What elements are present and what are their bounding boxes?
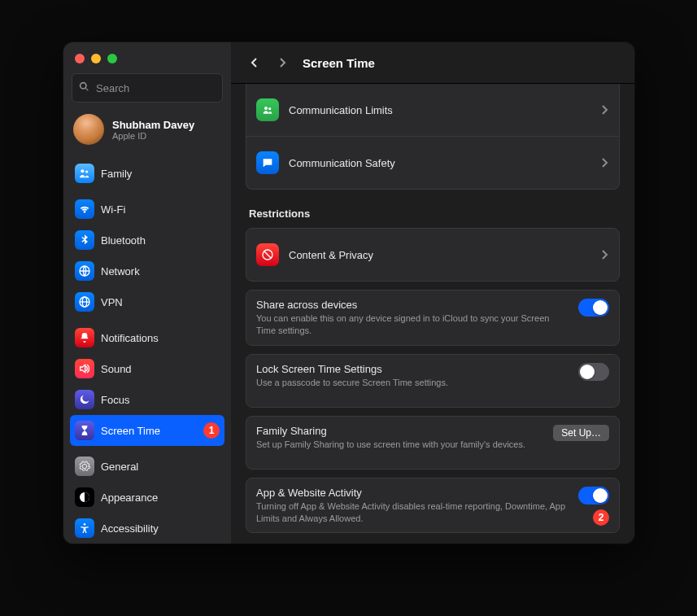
search-icon [79, 81, 89, 94]
chat-icon [256, 151, 279, 174]
moon-icon [75, 390, 94, 409]
annotation-marker-1: 1 [203, 422, 220, 439]
no-entry-icon [256, 243, 279, 266]
row-communication-limits[interactable]: Communication Limits [246, 84, 619, 136]
close-window-button[interactable] [75, 54, 85, 63]
minimize-window-button[interactable] [91, 54, 101, 63]
sidebar-item-label: Focus [101, 394, 129, 406]
back-button[interactable] [247, 55, 262, 70]
row-desc: Use a passcode to secure Screen Time set… [256, 377, 448, 389]
row-title: App & Website Activity [256, 487, 362, 499]
globe-icon [75, 261, 94, 281]
sidebar-item-accessibility[interactable]: Accessibility [70, 513, 224, 544]
sidebar-item-label: Sound [101, 363, 132, 375]
row-family-sharing: Family Sharing Set up Family Sharing to … [246, 417, 619, 469]
sidebar-item-general[interactable]: General [70, 451, 224, 482]
setup-button[interactable]: Set Up… [553, 425, 609, 441]
hourglass-icon [75, 421, 94, 440]
sidebar-item-vpn[interactable]: VPN [70, 286, 224, 317]
sidebar-item-sound[interactable]: Sound [70, 353, 224, 384]
row-label: Communication Safety [289, 157, 590, 169]
svg-point-1 [85, 170, 88, 173]
sidebar-item-label: Network [101, 265, 140, 277]
main-panel: Screen Time Communication Limits Communi… [231, 42, 634, 544]
sidebar-item-bluetooth[interactable]: Bluetooth [70, 225, 224, 256]
row-desc: You can enable this on any device signed… [256, 312, 568, 337]
card-share-across: Share across devices You can enable this… [246, 290, 620, 346]
sidebar-item-label: VPN [101, 296, 123, 308]
sidebar-item-label: Bluetooth [101, 234, 146, 247]
fullscreen-window-button[interactable] [107, 54, 117, 63]
apple-id-profile[interactable]: Shubham Davey Apple ID [63, 109, 231, 153]
card-restrictions: Content & Privacy [246, 228, 620, 282]
sidebar-item-label: Appearance [101, 491, 158, 504]
chevron-right-icon [599, 250, 609, 260]
content-scroll[interactable]: Communication Limits Communication Safet… [231, 84, 634, 544]
titlebar: Screen Time [231, 42, 634, 84]
bell-icon [75, 328, 94, 347]
sidebar-item-notifications[interactable]: Notifications [70, 322, 224, 353]
settings-window: Shubham Davey Apple ID Family Wi-Fi [63, 42, 634, 544]
window-controls [63, 42, 231, 70]
sidebar-nav: Family Wi-Fi Bluetooth [63, 153, 231, 544]
page-title: Screen Time [303, 56, 375, 70]
profile-sub: Apple ID [112, 131, 194, 141]
sidebar-item-wifi[interactable]: Wi-Fi [70, 194, 224, 225]
chevron-right-icon [599, 105, 609, 115]
forward-button[interactable] [275, 55, 290, 70]
sidebar-item-label: Screen Time [101, 425, 160, 437]
sidebar-item-label: Notifications [101, 332, 159, 344]
row-share-across: Share across devices You can enable this… [246, 291, 619, 345]
share-across-toggle[interactable] [578, 299, 609, 317]
row-title: Family Sharing [256, 425, 327, 437]
svg-point-0 [81, 169, 84, 173]
svg-point-6 [84, 523, 86, 526]
card-communication: Communication Limits Communication Safet… [246, 84, 620, 190]
row-label: Content & Privacy [289, 249, 590, 261]
family-icon [75, 164, 94, 183]
row-lock-settings: Lock Screen Time Settings Use a passcode… [246, 355, 619, 407]
sidebar-item-screen-time[interactable]: Screen Time 1 [70, 415, 224, 446]
sidebar-item-label: Family [101, 168, 132, 180]
accessibility-icon [75, 518, 94, 538]
sidebar-item-appearance[interactable]: Appearance [70, 482, 224, 513]
sidebar-item-label: Wi-Fi [101, 203, 125, 216]
search-input[interactable] [94, 81, 231, 95]
chevron-right-icon [599, 158, 609, 168]
section-title-restrictions: Restrictions [249, 208, 616, 220]
row-content-privacy[interactable]: Content & Privacy [246, 229, 619, 281]
search-field[interactable] [72, 73, 223, 103]
appearance-icon [75, 487, 94, 507]
sidebar-item-focus[interactable]: Focus [70, 384, 224, 415]
row-title: Lock Screen Time Settings [256, 363, 382, 375]
row-label: Communication Limits [289, 104, 590, 116]
row-desc: Set up Family Sharing to use screen time… [256, 439, 525, 451]
wifi-icon [75, 199, 94, 219]
people-icon [256, 98, 279, 121]
row-title: Share across devices [256, 299, 357, 311]
profile-name: Shubham Davey [112, 119, 194, 131]
sidebar-item-family[interactable]: Family [70, 158, 224, 189]
row-app-website-activity: App & Website Activity Turning off App &… [246, 478, 619, 533]
row-desc: Turning off App & Website Activity disab… [256, 500, 572, 525]
sidebar: Shubham Davey Apple ID Family Wi-Fi [63, 42, 231, 544]
bluetooth-icon [75, 230, 94, 250]
card-family-sharing: Family Sharing Set up Family Sharing to … [246, 416, 620, 470]
sidebar-item-network[interactable]: Network [70, 256, 224, 286]
card-activity: App & Website Activity Turning off App &… [246, 478, 620, 534]
card-lock: Lock Screen Time Settings Use a passcode… [246, 354, 620, 408]
sidebar-item-label: Accessibility [101, 522, 159, 535]
svg-point-8 [268, 107, 271, 110]
sidebar-item-label: General [101, 461, 138, 473]
lock-settings-toggle[interactable] [578, 363, 609, 381]
gear-icon [75, 457, 94, 476]
activity-toggle[interactable] [578, 487, 609, 505]
vpn-icon [75, 292, 94, 312]
speaker-icon [75, 359, 94, 378]
avatar [73, 114, 104, 145]
row-communication-safety[interactable]: Communication Safety [246, 136, 619, 189]
svg-point-7 [264, 107, 268, 110]
